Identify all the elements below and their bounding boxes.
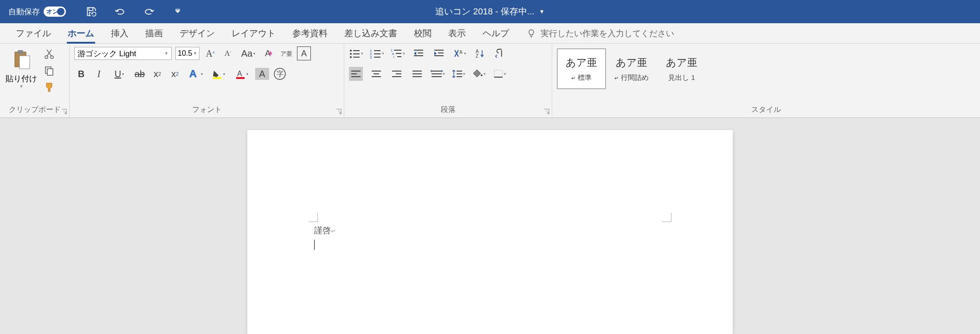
clear-formatting-button[interactable]: A [262,46,276,60]
svg-point-14 [350,50,352,52]
strikethrough-button[interactable]: ab [133,67,147,81]
chevron-down-icon: ▼ [164,51,168,56]
svg-text:a: a [392,52,394,55]
styles-gallery[interactable]: あア亜 ↵ 標準 あア亜 ↵ 行間詰め あア亜 見出し 1 [557,46,706,89]
multilevel-list-button[interactable]: 1ai▾ [391,46,405,60]
undo-icon[interactable] [114,6,126,18]
svg-text:3: 3 [370,55,372,59]
svg-rect-32 [414,50,423,51]
phonetic-guide-button[interactable]: ア亜 [279,46,293,60]
lightbulb-icon [527,29,536,38]
svg-rect-7 [47,69,53,75]
svg-rect-10 [213,77,221,79]
underline-button[interactable]: U▾ [110,67,129,81]
font-name-combo[interactable]: 游ゴシック Light ▼ [74,47,172,60]
paste-label: 貼り付け [6,73,37,84]
title-text: 追いコン 2018 - 保存中... [435,6,534,18]
save-icon[interactable] [85,6,97,18]
text-cursor [314,240,315,250]
tab-help[interactable]: ヘルプ [474,23,517,44]
qat-customize-icon[interactable] [172,6,184,18]
shrink-font-button[interactable]: Aˇ [221,46,235,60]
group-paragraph: ▾ 123▾ 1ai▾ A▾ AZ ▾ ▾ ▾ ▾ [344,44,552,118]
font-dialog-launcher-icon[interactable] [335,108,342,115]
title-dropdown-icon[interactable]: ▼ [539,8,545,15]
tab-home[interactable]: ホーム [59,23,103,44]
increase-indent-button[interactable] [432,46,446,60]
align-left-button[interactable] [349,67,363,81]
sort-button[interactable]: AZ [473,46,487,60]
highlight-button[interactable]: ▾ [209,67,228,81]
character-border-button[interactable]: A [297,46,311,60]
style-normal[interactable]: あア亜 ↵ 標準 [557,48,606,89]
svg-rect-55 [457,76,462,77]
cut-icon[interactable] [44,48,55,59]
tab-layout[interactable]: レイアウト [223,23,284,44]
svg-text:i: i [393,55,394,59]
redo-icon[interactable] [143,6,155,18]
italic-button[interactable]: I [92,67,106,81]
chevron-down-icon: ▼ [193,51,197,56]
clipboard-dialog-launcher-icon[interactable] [61,108,67,115]
align-center-button[interactable] [369,67,383,81]
superscript-button[interactable]: x2 [168,67,182,81]
style-heading1[interactable]: あア亜 見出し 1 [657,48,706,89]
tab-file[interactable]: ファイル [7,23,59,44]
borders-button[interactable]: ▾ [492,67,506,81]
tab-draw[interactable]: 描画 [137,23,171,44]
document-page[interactable]: 謹啓↵ [247,130,733,334]
svg-point-0 [90,11,97,18]
bold-button[interactable]: B [74,67,88,81]
copy-icon[interactable] [44,65,55,76]
line-spacing-button[interactable]: ▾ [451,67,465,81]
text-effects-button[interactable]: A▾ [186,67,205,81]
subscript-button[interactable]: x2 [150,67,164,81]
svg-rect-45 [374,73,379,74]
style-no-spacing[interactable]: あア亜 ↵ 行間詰め [607,48,656,89]
autosave-toggle[interactable]: 自動保存 オン [8,7,66,17]
document-title: 追いコン 2018 - 保存中... ▼ [435,6,544,18]
svg-rect-19 [353,57,360,58]
font-size-combo[interactable]: 10.5 ▼ [175,47,200,60]
format-painter-icon[interactable] [44,82,55,93]
svg-rect-2 [18,50,23,54]
numbering-button[interactable]: 123▾ [370,46,384,60]
styles-group-label: スタイル [557,103,975,116]
grow-font-button[interactable]: A^ [203,46,217,60]
shading-button[interactable]: ▾ [472,67,486,81]
font-name-value: 游ゴシック Light [77,48,136,59]
svg-rect-48 [396,73,401,74]
document-body-text[interactable]: 謹啓↵ [314,225,733,236]
justify-button[interactable] [410,67,424,81]
asian-layout-button[interactable]: A▾ [452,46,466,60]
tab-view[interactable]: 表示 [440,23,474,44]
tab-references[interactable]: 参考資料 [284,23,336,44]
show-marks-button[interactable] [493,46,507,60]
chevron-down-icon: ▼ [19,84,24,89]
font-color-button[interactable]: A▾ [232,67,251,81]
tell-me-search[interactable]: 実行したい作業を入力してください [527,28,674,39]
character-shading-button[interactable]: A [255,68,269,80]
align-right-button[interactable] [390,67,404,81]
paste-button[interactable]: 貼り付け ▼ [5,46,38,91]
svg-rect-23 [374,53,380,54]
tab-review[interactable]: 校閲 [406,23,440,44]
paragraph-dialog-launcher-icon[interactable] [543,108,550,115]
svg-text:A: A [189,68,197,79]
distributed-button[interactable]: ▾ [431,67,445,81]
document-area[interactable]: 謹啓↵ [0,118,980,334]
style-preview: あア亜 [616,56,647,70]
margin-marker-icon [309,213,318,222]
tell-me-placeholder: 実行したい作業を入力してください [541,28,674,39]
tab-insert[interactable]: 挿入 [103,23,137,44]
bullets-button[interactable]: ▾ [349,46,363,60]
style-name: ↵ 標準 [571,73,591,82]
enclose-characters-button[interactable]: 字 [273,67,287,81]
toggle-switch[interactable]: オン [44,7,66,17]
tab-mailings[interactable]: 差し込み文書 [336,23,406,44]
decrease-indent-button[interactable] [412,46,426,60]
tab-design[interactable]: デザイン [171,23,223,44]
svg-rect-34 [414,55,423,56]
svg-point-4 [45,56,48,59]
change-case-button[interactable]: Aa▾ [239,46,258,60]
